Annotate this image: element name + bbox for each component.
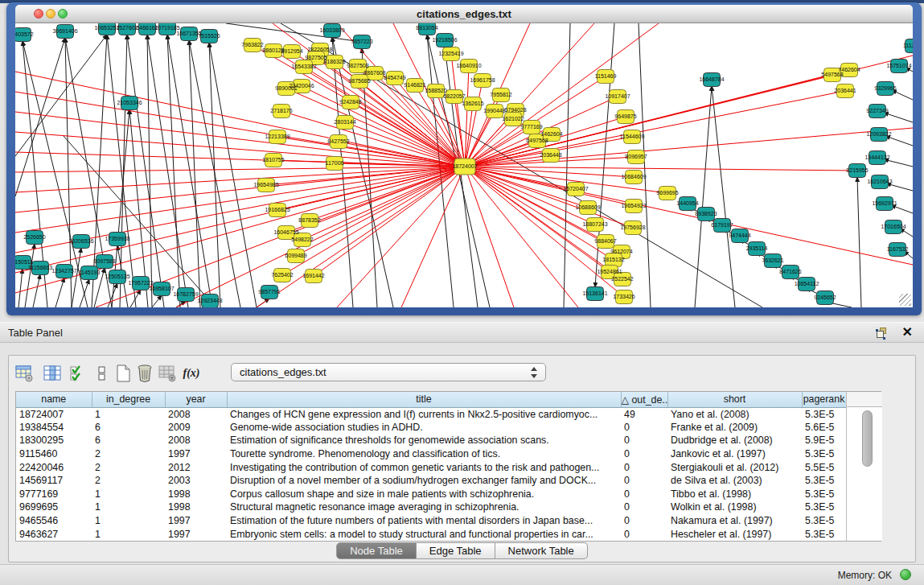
table-cell[interactable]: Genome-wide association studies in ADHD. [227,421,621,435]
table-settings-icon[interactable] [13,362,35,384]
column-header-title[interactable]: title [227,392,621,407]
tab-node-table[interactable]: Node Table [336,542,417,559]
new-table-icon[interactable] [112,362,134,384]
network-canvas[interactable]: 1872400779638228860128891295428226058982… [15,23,913,307]
tab-edge-table[interactable]: Edge Table [417,542,495,559]
delete-table-icon[interactable] [133,362,156,384]
table-cell[interactable]: 5.3E-5 [802,501,846,514]
delete-column-icon[interactable] [156,362,179,384]
table-cell[interactable]: 5.3E-5 [802,474,846,488]
table-cell[interactable]: 9777169 [16,488,92,501]
table-cell[interactable]: Investigating the contribution of common… [227,460,621,474]
table-cell[interactable]: 0 [621,527,667,541]
table-row[interactable]: 1830029562008Estimation of significance … [16,434,846,447]
table-cell[interactable]: 6 [92,434,165,447]
table-row[interactable]: 1456911722003Disruption of a novel membe… [16,474,846,488]
table-cell[interactable]: 1997 [165,514,227,528]
table-cell[interactable]: Structural magnetic resonance image aver… [227,501,621,514]
table-cell[interactable]: Estimation of significance thresholds fo… [227,434,621,447]
table-cell[interactable]: 18300295 [16,434,92,447]
table-cell[interactable]: de Silva et al. (2003) [667,474,802,488]
table-cell[interactable]: Franke et al. (2009) [667,421,802,435]
table-cell[interactable]: 1997 [165,527,227,541]
table-cell[interactable]: 2 [92,460,165,474]
table-cell[interactable]: 9115460 [16,447,92,461]
table-cell[interactable]: 0 [621,474,667,488]
table-cell[interactable]: 2008 [165,407,227,421]
table-cell[interactable]: 1 [92,527,165,541]
table-cell[interactable]: 0 [621,434,667,447]
table-cell[interactable]: 0 [621,447,667,461]
table-cell[interactable]: 18724007 [16,407,92,421]
table-cell[interactable]: 6 [92,421,165,435]
table-cell[interactable]: 5.3E-5 [802,407,846,421]
float-panel-icon[interactable] [876,327,889,340]
table-selector-dropdown[interactable]: citations_edges.txt [231,363,546,381]
tab-network-table[interactable]: Network Table [495,542,588,559]
network-window-titlebar[interactable]: citations_edges.txt [15,5,913,23]
vertical-scrollbar-thumb[interactable] [862,410,873,467]
table-cell[interactable]: Hescheler et al. (1997) [667,527,802,541]
table-row[interactable]: 911546021997Tourette syndrome. Phenomeno… [16,447,846,461]
table-cell[interactable]: 1 [92,501,165,514]
table-cell[interactable]: 5.3E-5 [802,447,846,461]
table-cell[interactable]: 1 [92,514,165,528]
table-cell[interactable]: 9463627 [16,527,92,541]
table-cell[interactable]: 0 [621,501,667,514]
table-cell[interactable]: 14569117 [16,474,92,488]
table-row[interactable]: 946554611997Estimation of the future num… [16,514,846,528]
table-cell[interactable]: Estimation of the future numbers of pati… [227,514,621,528]
column-header-out_de[interactable]: △ out_de... [621,392,667,407]
window-resize-grip[interactable] [899,294,911,306]
table-cell[interactable]: 2 [92,474,165,488]
table-cell[interactable]: 2009 [165,421,227,435]
table-cell[interactable]: 2 [92,447,165,461]
table-cell[interactable]: 0 [621,421,667,435]
table-row[interactable]: 977716911998Corpus callosum shape and si… [16,488,846,501]
table-cell[interactable]: Dudbridge et al. (2008) [667,434,802,447]
column-header-name[interactable]: name [16,392,92,407]
function-builder-icon[interactable]: f(x) [180,362,203,384]
column-header-short[interactable]: short [667,392,802,407]
table-cell[interactable]: Nakamura et al. (1997) [667,514,802,528]
table-cell[interactable]: 1 [92,407,165,421]
table-cell[interactable]: 22420046 [16,460,92,474]
select-attributes-icon[interactable] [67,362,89,384]
table-cell[interactable]: 9465546 [16,514,92,528]
table-cell[interactable]: 9699695 [16,501,92,514]
table-row[interactable]: 946362711997Embryonic stem cells: a mode… [16,527,846,541]
table-cell[interactable]: 2008 [165,434,227,447]
select-columns-icon[interactable] [41,362,64,384]
table-row[interactable]: 2242004622012Investigating the contribut… [16,460,846,474]
table-cell[interactable]: Jankovic et al. (1997) [667,447,802,461]
table-cell[interactable]: 1997 [165,447,227,461]
table-cell[interactable]: Embryonic stem cells: a model to study s… [227,527,621,541]
table-cell[interactable]: 2003 [165,474,227,488]
table-row[interactable]: 1872400712008Changes of HCN gene express… [16,407,846,421]
table-cell[interactable]: Stergiakouli et al. (2012) [667,460,802,474]
table-cell[interactable]: 49 [621,407,667,421]
table-cell[interactable]: 1 [92,488,165,501]
table-cell[interactable]: 2012 [165,460,227,474]
memory-status-indicator[interactable] [900,569,911,580]
table-cell[interactable]: Corpus callosum shape and size in male p… [227,488,621,501]
column-header-pagerank[interactable]: pagerank [802,392,846,407]
table-cell[interactable]: Wolkin et al. (1998) [667,501,802,514]
table-cell[interactable]: 1998 [165,488,227,501]
table-cell[interactable]: 5.3E-5 [802,488,846,501]
table-cell[interactable]: Yano et al. (2008) [667,407,802,421]
table-cell[interactable]: 0 [621,514,667,528]
table-cell[interactable]: 5.5E-5 [802,460,846,474]
row-height-icon[interactable] [91,362,113,384]
table-cell[interactable]: Tibbo et al. (1998) [667,488,802,501]
table-cell[interactable]: 0 [621,488,667,501]
column-header-year[interactable]: year [165,392,227,407]
table-cell[interactable]: 5.3E-5 [802,527,846,541]
table-cell[interactable]: 5.6E-5 [802,421,846,435]
table-row[interactable]: 969969511998Structural magnetic resonanc… [16,501,846,514]
table-cell[interactable]: Changes of HCN gene expression and I(f) … [227,407,621,421]
table-cell[interactable]: 1998 [165,501,227,514]
table-cell[interactable]: 5.9E-5 [802,434,846,447]
table-cell[interactable]: 19384554 [16,421,92,435]
table-cell[interactable]: Disruption of a novel member of a sodium… [227,474,621,488]
